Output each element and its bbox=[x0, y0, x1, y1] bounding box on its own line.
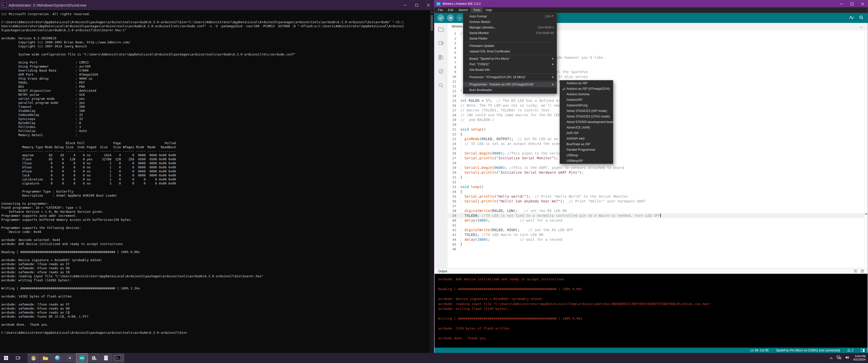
editor-line[interactable]: 25 bbox=[447, 146, 868, 151]
serial-monitor-icon[interactable] bbox=[859, 15, 864, 21]
editor-line[interactable]: 43 TXLED1; //TX LED macro to turn LED ON bbox=[447, 232, 868, 237]
editor-line[interactable]: 20 bbox=[447, 122, 868, 127]
cmd-maximize-button[interactable] bbox=[411, 0, 423, 10]
editor-line[interactable]: 38 digitalWrite(RXLED, LOW); // set the … bbox=[447, 208, 868, 213]
scroll-up-icon[interactable] bbox=[430, 10, 434, 14]
tray-chevron-icon[interactable] bbox=[830, 356, 833, 360]
editor-line[interactable]: 33void loop() bbox=[447, 185, 868, 189]
tools-menu-item[interactable]: Board: "SparkFun Pro Micro" bbox=[463, 56, 557, 62]
editor-line[interactable]: 28 bbox=[447, 161, 868, 165]
taskbar-app-chip[interactable] bbox=[64, 354, 76, 363]
ide-maximize-button[interactable] bbox=[846, 0, 857, 7]
tools-menu-item[interactable]: Programmer: "Arduino as ISP (ATmega32U4)… bbox=[463, 82, 557, 87]
terminal-scrollbar[interactable] bbox=[430, 10, 434, 353]
board-port-status[interactable]: SparkFun Pro Micro on COM11 [not connect… bbox=[776, 349, 840, 352]
sketchbook-icon[interactable] bbox=[437, 26, 444, 33]
editor-line[interactable]: 36 Serial1.println("Hello! Can anybody h… bbox=[447, 199, 868, 204]
editor-line[interactable]: 41 bbox=[447, 223, 868, 228]
tools-menu-item[interactable]: Serial Plotter bbox=[463, 36, 557, 41]
editor-line[interactable]: 15int RXLED = 17; // The RX LED has a de… bbox=[447, 98, 868, 103]
toggle-panel-icon[interactable] bbox=[861, 349, 865, 352]
editor-line[interactable]: 37 bbox=[447, 204, 868, 208]
editor-line[interactable]: 31} bbox=[447, 175, 868, 180]
editor-line[interactable]: 30 Serial1.println("Initialize Serial Ha… bbox=[447, 170, 868, 175]
tools-menu-item[interactable]: Burn Bootloader bbox=[463, 87, 557, 93]
editor-line[interactable]: 46 bbox=[447, 247, 868, 252]
scrollbar-thumb[interactable] bbox=[431, 15, 433, 31]
programmer-option[interactable]: BusPirate as ISP bbox=[560, 141, 613, 147]
ide-titlebar[interactable]: Blinkies | Arduino IDE 2.3.2 bbox=[434, 0, 868, 7]
editor-line[interactable]: 23 pinMode(RXLED, OUTPUT); // Set RX LED… bbox=[447, 137, 868, 141]
programmer-option[interactable]: USBasp bbox=[560, 153, 613, 158]
editor-line[interactable]: 14 bbox=[447, 94, 868, 98]
tools-menu-item[interactable]: Port: "COM11" bbox=[463, 62, 557, 67]
tools-menu-item[interactable]: Get Board Info bbox=[463, 67, 557, 73]
upload-button[interactable] bbox=[447, 14, 454, 22]
taskbar-app-internet-explorer[interactable] bbox=[52, 354, 64, 363]
cmd-minimize-button[interactable] bbox=[399, 0, 411, 10]
programmer-option[interactable]: Parallel Programmer bbox=[560, 147, 613, 153]
tab-more-actions[interactable]: ... bbox=[860, 25, 863, 28]
tools-menu-item[interactable]: Archive Sketch bbox=[463, 19, 557, 25]
tools-menu-item[interactable]: Upload SSL Root Certificates bbox=[463, 48, 557, 54]
editor-line[interactable]: 39 TXLED0; //TX LED is not tied to a nor… bbox=[447, 213, 868, 218]
debug-button[interactable] bbox=[457, 14, 464, 22]
terminal-output[interactable]: (c) Microsoft Corporation. All rights re… bbox=[1, 10, 430, 353]
programmer-option[interactable]: ArduinoISP.org bbox=[560, 103, 613, 108]
tools-menu-item[interactable]: Firmware Updater bbox=[463, 43, 557, 48]
editor-line[interactable]: 24 // TX LED is set as an output behind … bbox=[447, 141, 868, 146]
editor-line[interactable]: 17// macros (TXLED1, TXLED0) to control … bbox=[447, 108, 868, 113]
editor-line[interactable]: 40 delay(1000); // wait for a second bbox=[447, 218, 868, 223]
start-button[interactable] bbox=[0, 353, 12, 363]
taskbar-app-file-explorer[interactable] bbox=[40, 354, 52, 363]
editor-overview-ruler[interactable] bbox=[864, 30, 868, 268]
cmd-titlebar[interactable]: Administrator: C:\Windows\System32\cmd.e… bbox=[0, 0, 434, 10]
boards-manager-icon[interactable] bbox=[437, 40, 444, 46]
editor-line[interactable]: 21void setup() bbox=[447, 127, 868, 132]
notifications-button[interactable]: 2 bbox=[847, 349, 854, 352]
menubar-item-file[interactable]: File bbox=[435, 7, 445, 13]
tools-menu-item[interactable]: Manage Libraries...Ctrl+Shift+I bbox=[463, 25, 557, 30]
menubar-item-edit[interactable]: Edit bbox=[445, 7, 456, 13]
network-icon[interactable] bbox=[837, 356, 841, 360]
programmer-option[interactable]: Atmel JTAGICE3 (JTAG mode) bbox=[560, 114, 613, 119]
editor-line[interactable]: 32 bbox=[447, 180, 868, 185]
editor-line[interactable]: 26 Serial.begin(9600); //This pipes to t… bbox=[447, 151, 868, 156]
programmer-option[interactable]: AVRISP mkII bbox=[560, 136, 613, 141]
programmer-option[interactable]: USBtinyISP bbox=[560, 158, 613, 164]
programmer-option[interactable]: Atmel STK500 development board bbox=[560, 119, 613, 125]
editor-line[interactable]: 45} bbox=[447, 242, 868, 247]
library-manager-icon[interactable] bbox=[437, 54, 444, 61]
editor-line[interactable]: 18// (We could use the same macros for t… bbox=[447, 113, 868, 118]
editor-line[interactable]: 44 delay(1000); // wait for a second bbox=[447, 237, 868, 242]
taskbar-app-arduino-ide[interactable] bbox=[76, 354, 88, 363]
menubar-item-sketch[interactable]: Sketch bbox=[456, 7, 471, 13]
editor-line[interactable]: 19// and RXLED0.) bbox=[447, 118, 868, 122]
cmd-close-button[interactable] bbox=[423, 0, 434, 10]
ide-minimize-button[interactable] bbox=[836, 0, 846, 7]
editor-line[interactable]: 22{ bbox=[447, 132, 868, 137]
tools-menu-item[interactable]: Serial MonitorCtrl+Shift+M bbox=[463, 30, 557, 36]
taskbar-app-device[interactable] bbox=[88, 354, 100, 363]
taskbar-app-cmd[interactable] bbox=[113, 354, 124, 363]
serial-plotter-icon[interactable] bbox=[849, 15, 854, 21]
task-view-button[interactable] bbox=[12, 353, 24, 363]
tools-menu-item[interactable]: Processor: "ATmega32U4 (5V, 16 MHz)" bbox=[463, 74, 557, 80]
taskbar-app-notepad[interactable] bbox=[100, 354, 112, 363]
programmer-option[interactable]: AVR ISP bbox=[560, 130, 613, 136]
programmer-option[interactable]: Arduino as ISP bbox=[560, 80, 613, 86]
output-console[interactable]: avrdude: AVR device initialized and read… bbox=[434, 274, 868, 348]
menubar-item-tools[interactable]: Tools bbox=[471, 7, 483, 13]
cursor-position[interactable]: Ln 39, Col 95 bbox=[750, 349, 768, 352]
programmer-option[interactable]: Atmel JTAGICE3 (ISP mode) bbox=[560, 108, 613, 114]
programmer-option[interactable]: ArduinoISP bbox=[560, 97, 613, 103]
editor-line[interactable]: 16// Note: The TX LED was not so lucky, … bbox=[447, 103, 868, 108]
editor-line[interactable]: 29 Serial1.begin(9600); //This is the UA… bbox=[447, 165, 868, 170]
volume-icon[interactable] bbox=[845, 356, 849, 360]
editor-line[interactable]: 27 Serial.println("Initialize Serial Mon… bbox=[447, 156, 868, 161]
verify-button[interactable] bbox=[437, 14, 444, 22]
ide-close-button[interactable] bbox=[857, 0, 868, 7]
clear-output-icon[interactable] bbox=[854, 269, 858, 273]
menubar-item-help[interactable]: Help bbox=[483, 7, 495, 13]
debug-panel-icon[interactable] bbox=[437, 68, 444, 75]
